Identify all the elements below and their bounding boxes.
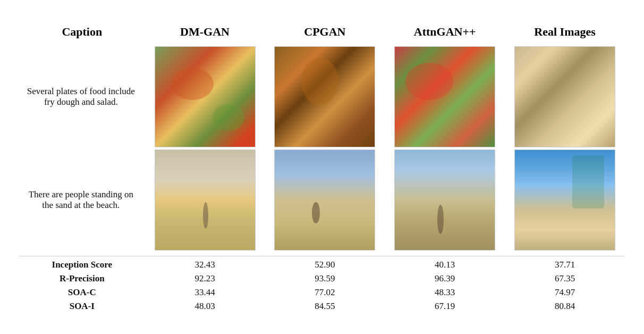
image-cell-0-2 xyxy=(385,45,505,148)
metric-value-1-0: 92.23 xyxy=(145,272,265,286)
metric-value-2-3: 74.97 xyxy=(505,286,625,299)
image-food-cpgan xyxy=(274,46,375,147)
table-header: Caption DM-GAN CPGAN AttnGAN++ Real Imag… xyxy=(19,21,625,45)
table-row: Several plates of food include fry dough… xyxy=(19,45,625,148)
metric-label-3: SOA-I xyxy=(19,299,145,313)
metric-row-1: R-Precision92.2393.5996.3967.35 xyxy=(19,272,625,286)
caption-0: Several plates of food include fry dough… xyxy=(19,45,145,148)
image-cell-0-0 xyxy=(145,45,265,148)
metric-value-3-0: 48.03 xyxy=(145,299,265,313)
caption-header: Caption xyxy=(19,21,145,45)
metric-label-0: Inception Score xyxy=(19,256,145,272)
metric-row-3: SOA-I48.0384.5567.1980.84 xyxy=(19,299,625,313)
attngan-header: AttnGAN++ xyxy=(385,21,505,45)
metric-value-3-2: 67.19 xyxy=(385,299,505,313)
metric-value-0-0: 32.43 xyxy=(145,256,265,272)
image-cell-1-1 xyxy=(265,148,385,252)
image-beach-dmgan xyxy=(155,149,256,250)
image-cell-0-1 xyxy=(265,45,385,148)
image-food-dmgan xyxy=(155,46,256,147)
image-cell-0-3 xyxy=(505,45,625,148)
image-beach-real xyxy=(514,149,615,250)
image-beach-attngan xyxy=(394,149,495,250)
metric-label-2: SOA-C xyxy=(19,286,145,299)
image-cell-1-0 xyxy=(145,148,265,252)
metric-value-2-2: 48.33 xyxy=(385,286,505,299)
metric-value-0-2: 40.13 xyxy=(385,256,505,272)
cpgan-header: CPGAN xyxy=(265,21,385,45)
image-food-real xyxy=(514,46,615,147)
metric-value-2-1: 77.02 xyxy=(265,286,385,299)
dmgan-header: DM-GAN xyxy=(145,21,265,45)
comparison-table: Caption DM-GAN CPGAN AttnGAN++ Real Imag… xyxy=(9,15,635,319)
real-header: Real Images xyxy=(505,21,625,45)
image-beach-cpgan xyxy=(274,149,375,250)
metric-value-0-1: 52.90 xyxy=(265,256,385,272)
metric-value-0-3: 37.71 xyxy=(505,256,625,272)
metric-row-2: SOA-C33.4477.0248.3374.97 xyxy=(19,286,625,299)
metric-value-2-0: 33.44 xyxy=(145,286,265,299)
metric-value-1-1: 93.59 xyxy=(265,272,385,286)
metric-label-1: R-Precision xyxy=(19,272,145,286)
metric-value-3-3: 80.84 xyxy=(505,299,625,313)
metric-value-1-3: 67.35 xyxy=(505,272,625,286)
image-food-attngan xyxy=(394,46,495,147)
caption-1: There are people standing on the sand at… xyxy=(19,148,145,252)
metric-value-3-1: 84.55 xyxy=(265,299,385,313)
metric-row-0: Inception Score32.4352.9040.1337.71 xyxy=(19,256,625,272)
image-cell-1-3 xyxy=(505,148,625,252)
image-cell-1-2 xyxy=(385,148,505,252)
table-row: There are people standing on the sand at… xyxy=(19,148,625,252)
metric-value-1-2: 96.39 xyxy=(385,272,505,286)
